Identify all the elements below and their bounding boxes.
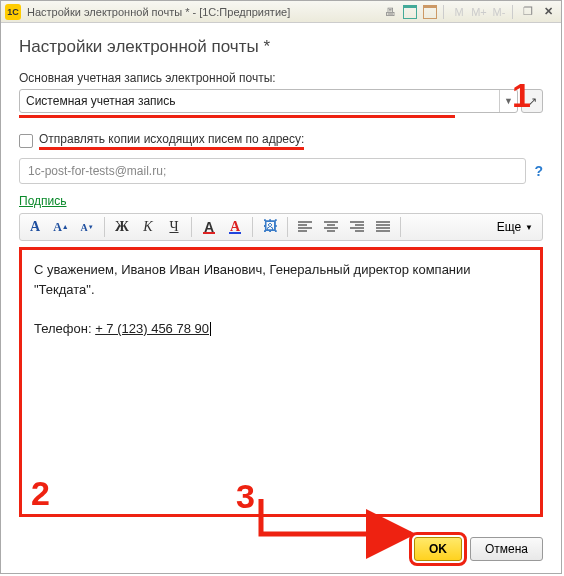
align-right-button[interactable] xyxy=(344,215,370,239)
app-logo-icon: 1С xyxy=(5,4,21,20)
text-cursor xyxy=(210,322,211,336)
content-area: Настройки электронной почты * Основная у… xyxy=(1,23,561,531)
font-medium-button[interactable]: А▲ xyxy=(48,215,74,239)
signature-text-body: С уважением, Иванов Иван Иванович, Генер… xyxy=(34,260,528,299)
calendar2-icon[interactable] xyxy=(421,4,439,20)
account-label: Основная учетная запись электронной почт… xyxy=(19,71,543,85)
insert-image-button[interactable]: 🖼 xyxy=(257,215,283,239)
footer-buttons: OK Отмена xyxy=(414,537,543,561)
open-account-button[interactable]: ↗ xyxy=(521,89,543,113)
account-combo-value: Системная учетная запись xyxy=(20,94,499,108)
cancel-button[interactable]: Отмена xyxy=(470,537,543,561)
toolbar-more-button[interactable]: Еще ▼ xyxy=(490,215,540,239)
calendar-icon[interactable] xyxy=(401,4,419,20)
cc-email-input[interactable] xyxy=(19,158,526,184)
align-center-button[interactable] xyxy=(318,215,344,239)
align-left-button[interactable] xyxy=(292,215,318,239)
editor-toolbar: А А▲ А▼ Ж К Ч A А xyxy=(19,213,543,241)
chevron-down-icon: ▼ xyxy=(525,223,533,232)
highlight-button[interactable]: A xyxy=(196,215,222,239)
memory-m-button[interactable]: M xyxy=(450,4,468,20)
memory-mminus-button[interactable]: M- xyxy=(490,4,508,20)
bold-button[interactable]: Ж xyxy=(109,215,135,239)
signature-label[interactable]: Подпись xyxy=(19,194,543,208)
close-window-button[interactable]: ✕ xyxy=(539,4,557,20)
page-title: Настройки электронной почты * xyxy=(19,37,543,57)
annotation-underline-1 xyxy=(19,115,455,118)
ok-button[interactable]: OK xyxy=(414,537,462,561)
window-title: Настройки электронной почты * - [1С:Пред… xyxy=(27,6,379,18)
signature-editor[interactable]: С уважением, Иванов Иван Иванович, Генер… xyxy=(19,247,543,517)
font-small-button[interactable]: А▼ xyxy=(74,215,100,239)
text-color-button[interactable]: А xyxy=(222,215,248,239)
send-copies-label: Отправлять копии исходящих писем по адре… xyxy=(39,132,304,150)
phone-value: + 7 (123) 456 78 90 xyxy=(95,321,209,336)
italic-button[interactable]: К xyxy=(135,215,161,239)
help-icon[interactable]: ? xyxy=(534,163,543,179)
open-icon: ↗ xyxy=(528,95,537,108)
combo-dropdown-icon[interactable]: ▼ xyxy=(499,90,517,112)
window: 1С Настройки электронной почты * - [1С:П… xyxy=(0,0,562,574)
titlebar: 1С Настройки электронной почты * - [1С:П… xyxy=(1,1,561,23)
account-combo[interactable]: Системная учетная запись ▼ xyxy=(19,89,518,113)
send-copies-checkbox[interactable] xyxy=(19,134,33,148)
font-large-button[interactable]: А xyxy=(22,215,48,239)
underline-button[interactable]: Ч xyxy=(161,215,187,239)
memory-mplus-button[interactable]: M+ xyxy=(470,4,488,20)
restore-window-button[interactable]: ❐ xyxy=(519,4,537,20)
align-justify-button[interactable] xyxy=(370,215,396,239)
phone-label: Телефон: xyxy=(34,321,95,336)
print-icon[interactable]: 🖶 xyxy=(381,4,399,20)
